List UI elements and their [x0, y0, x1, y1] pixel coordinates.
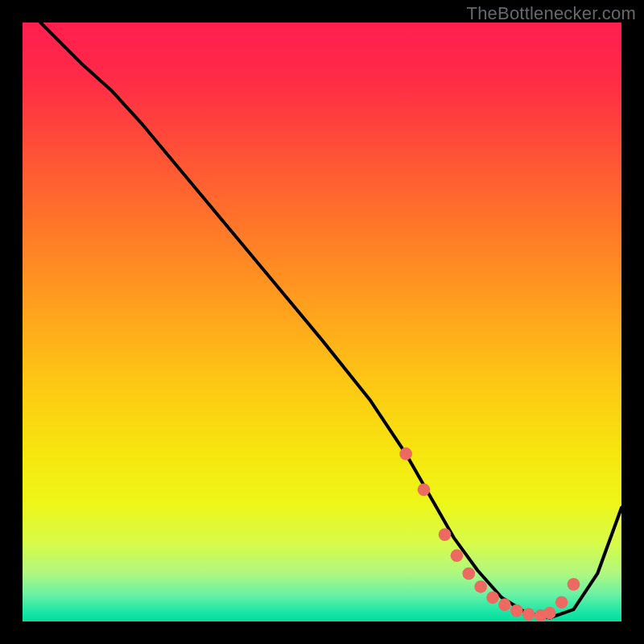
marker-dot	[568, 578, 580, 591]
marker-dot	[486, 591, 499, 604]
marker-dot	[439, 528, 452, 541]
marker-dot	[522, 608, 535, 621]
marker-dot	[399, 448, 412, 460]
chart-frame: TheBottlenecker.com	[0, 0, 644, 644]
marker-dot	[451, 549, 464, 562]
marker-group	[399, 448, 580, 621]
marker-dot	[543, 607, 556, 620]
marker-dot	[498, 598, 511, 611]
attribution-label: TheBottlenecker.com	[467, 3, 636, 24]
marker-dot	[510, 605, 523, 617]
curve-layer	[23, 23, 621, 621]
marker-dot	[462, 568, 475, 580]
plot-area	[23, 23, 621, 621]
marker-dot	[474, 580, 487, 593]
main-curve	[40, 23, 621, 618]
marker-dot	[418, 484, 431, 497]
marker-dot	[555, 596, 568, 609]
